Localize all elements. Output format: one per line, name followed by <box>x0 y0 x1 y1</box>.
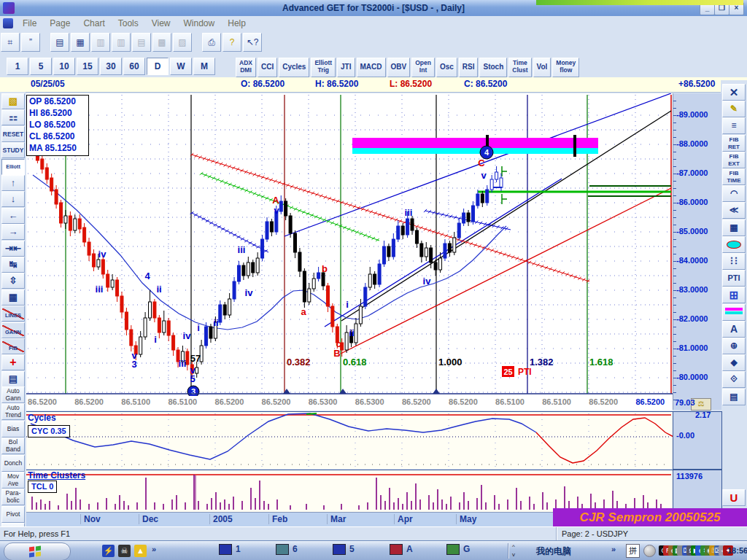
right-tool-eraser[interactable]: ◆ <box>722 354 746 371</box>
left-tool-arrow-down[interactable]: ↓ <box>1 191 25 207</box>
menu-page[interactable]: Page <box>43 16 77 31</box>
right-tool-pages[interactable]: ▤ <box>722 389 746 405</box>
taskbar-window-a[interactable]: A <box>390 544 413 558</box>
indicator-time-clust-button[interactable]: TimeClust <box>508 58 531 77</box>
left-tool-elliott[interactable]: Elliott <box>1 159 25 175</box>
left-study-donch[interactable]: Donch <box>1 455 25 472</box>
indicator-osc-button[interactable]: Osc <box>436 58 457 77</box>
indicator-macd-button[interactable]: MACD <box>357 58 386 77</box>
desktop-toolbar-label[interactable]: 我的电脑 <box>536 545 571 558</box>
new-page-button[interactable]: ▤ <box>50 33 69 52</box>
right-tool-fib-ret[interactable]: FIBRET <box>722 135 746 152</box>
right-tool-expand[interactable]: ⟐ <box>722 371 746 388</box>
right-tool-text-a[interactable]: A <box>722 321 746 338</box>
indicator-adx-dmi-button[interactable]: ADXDMI <box>236 58 256 77</box>
taskbar-window-g[interactable]: G <box>446 544 470 558</box>
quotes-button[interactable]: ” <box>21 33 40 52</box>
indicator-stoch-button[interactable]: Stoch <box>479 58 507 77</box>
left-tool-reset[interactable]: RESET <box>1 126 25 142</box>
menu-window[interactable]: Window <box>177 16 222 31</box>
save-button[interactable]: ▦ <box>71 33 90 52</box>
timeframe-15-button[interactable]: 15 <box>77 58 98 75</box>
menu-chart[interactable]: Chart <box>77 16 111 31</box>
left-tool-study[interactable]: STUDY <box>1 142 25 158</box>
menu-view[interactable]: View <box>145 16 177 31</box>
timeframe-d-button[interactable]: D <box>147 58 169 75</box>
right-tool-fib-ext[interactable]: FIBEXT <box>722 152 746 168</box>
right-tool-magnet-u[interactable]: U <box>722 489 746 506</box>
right-tool-pencil[interactable]: ✎ <box>722 101 746 117</box>
timeframe-10-button[interactable]: 10 <box>53 58 75 75</box>
timeframe-5-button[interactable]: 5 <box>30 58 52 75</box>
timeframe-30-button[interactable]: 30 <box>100 58 122 75</box>
left-study-bol-band[interactable]: BolBand <box>1 438 25 454</box>
timeframe-w-button[interactable]: W <box>170 58 192 75</box>
left-study-pivot[interactable]: Pivot <box>1 506 25 523</box>
context-help-button[interactable]: ↖? <box>243 33 262 52</box>
right-tool-fib-time[interactable]: FIBTIME <box>722 168 746 185</box>
taskbar-scroll-up-down[interactable]: ^ v <box>512 542 515 559</box>
menu-help[interactable]: Help <box>221 16 252 31</box>
left-tool-lines[interactable]: LINES <box>1 306 25 322</box>
indicator-cci-button[interactable]: CCI <box>258 58 277 77</box>
timeframe-60-button[interactable]: 60 <box>123 58 145 75</box>
right-tool-mob[interactable] <box>722 304 746 321</box>
left-tool-open-folder[interactable]: ▧ <box>1 93 25 109</box>
left-study-auto-trend[interactable]: AutoTrend <box>1 403 25 420</box>
right-tool-grid-blue[interactable]: ⊞ <box>722 287 746 303</box>
left-tool-scales[interactable]: ⚏ <box>1 109 25 125</box>
left-tool-arrow-left[interactable]: ← <box>1 208 25 224</box>
system-menu-icon[interactable] <box>3 18 13 28</box>
quicklaunch-app-blue[interactable]: ⚡ <box>102 545 115 557</box>
indicator-jti-button[interactable]: JTI <box>337 58 355 77</box>
ime-indicator[interactable]: 拼 <box>626 544 640 558</box>
right-tool-parallel-lines[interactable]: ≡ <box>722 117 746 134</box>
indicator-money-flow-button[interactable]: Moneyflow <box>552 58 579 77</box>
left-tool-red-cross[interactable]: + <box>1 354 25 370</box>
indicator-vol-button[interactable]: Vol <box>533 58 551 77</box>
left-study-auto-gann[interactable]: AutoGann <box>1 386 25 403</box>
left-tool-grid[interactable]: ▦ <box>1 289 25 306</box>
clamp-button[interactable]: ⌗ <box>1 33 20 52</box>
left-study-mov-ave[interactable]: MovAve <box>1 472 25 489</box>
quicklaunch-chevron[interactable]: » <box>152 545 156 553</box>
cycles-panel[interactable]: Cycles CYC 0.35 <box>26 411 673 469</box>
time-clusters-panel[interactable]: Time Clusters TCL 0 <box>26 470 673 513</box>
taskbar-window-6[interactable]: 6 <box>276 544 298 558</box>
taskbar-clock[interactable]: 18:56 <box>727 546 747 555</box>
quicklaunch-skull[interactable]: ☠ <box>118 545 131 557</box>
menu-file[interactable]: File <box>16 16 43 31</box>
right-tool-hatch-lines[interactable]: ᎒᎒ <box>722 253 746 270</box>
taskbar-window-5[interactable]: 5 <box>333 544 355 558</box>
quicklaunch-warn-triangle[interactable]: ▲ <box>134 545 147 557</box>
right-tool-elips[interactable] <box>722 236 746 253</box>
right-tool-zoom-in[interactable]: ⊕ <box>722 338 746 354</box>
indicator-elliott-trig-button[interactable]: ElliottTrig <box>311 58 336 77</box>
right-tool-pti[interactable]: PTI <box>722 270 746 287</box>
left-tool-fib[interactable]: FIB <box>1 338 25 354</box>
left-tool-gann[interactable]: GANN <box>1 322 25 338</box>
chart-plot-area[interactable]: 0.3820.6181.0001.3821.618iviii4iiiv3iiii… <box>26 93 673 396</box>
right-tool-grid-dots[interactable]: ▦ <box>722 219 746 236</box>
left-study-para-bolic[interactable]: Para-bolic <box>1 489 25 505</box>
help-button[interactable]: ? <box>222 33 241 52</box>
left-tool-notes[interactable]: ▤ <box>1 371 25 387</box>
left-study-bias[interactable]: Bias <box>1 421 25 438</box>
left-tool-bar-compress[interactable]: ⇥⇤ <box>1 241 25 257</box>
right-tool-fan-lines[interactable]: ≪ <box>722 202 746 219</box>
start-button[interactable] <box>4 542 71 560</box>
price-scale[interactable]: ⚖ 79.03 -89.0000-88.0000-87.0000-86.0000… <box>673 93 721 410</box>
ime-sphere[interactable] <box>643 545 656 557</box>
right-tool-close-x[interactable]: ✕ <box>722 84 746 101</box>
indicator-open-int-button[interactable]: OpenInt <box>411 58 435 77</box>
left-tool-bar-spacing[interactable]: ↹ <box>1 257 25 273</box>
left-tool-arrow-up[interactable]: ↑ <box>1 175 25 191</box>
left-tool-bar-scale[interactable]: ⇳ <box>1 273 25 289</box>
indicator-cycles-button[interactable]: Cycles <box>279 58 309 77</box>
indicator-rsi-button[interactable]: RSI <box>459 58 479 77</box>
taskbar-window-1[interactable]: 1 <box>219 544 241 558</box>
left-tool-arrow-right[interactable]: → <box>1 224 25 240</box>
right-tool-fib-arc[interactable]: ◠ <box>722 185 746 202</box>
indicator-obv-button[interactable]: OBV <box>387 58 411 77</box>
print-button[interactable]: ⎙ <box>202 33 221 52</box>
